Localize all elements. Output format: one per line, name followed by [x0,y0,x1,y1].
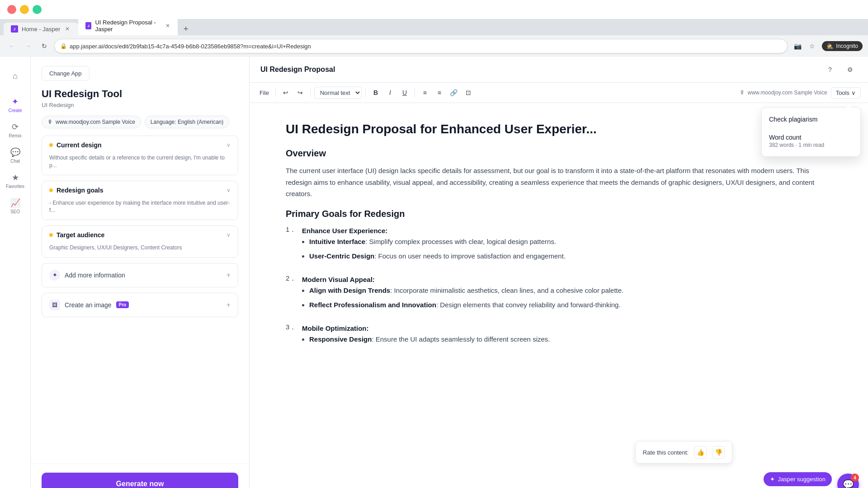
goal-2: 2． Modern Visual Appeal: Align with Desi… [286,274,832,317]
number-list-button[interactable]: ≡ [433,86,446,99]
editor-area: UI Redesign Proposal for Enhanced User E… [250,103,868,488]
chat-icon: 💬 [10,147,20,157]
toolbar-sep-3 [365,88,366,97]
document-main-title[interactable]: UI Redesign Proposal for Enhanced User E… [286,121,832,137]
win-maximize-btn[interactable]: ⊓ [33,5,42,14]
goal-3-bullets: Responsive Design: Ensure the UI adapts … [309,334,550,345]
goal-2-title: Modern Visual Appeal: [302,274,623,285]
voice-language-row: 🎙 www.moodjoy.com Sample Voice Language:… [31,116,249,136]
generate-button[interactable]: Generate now [42,473,238,488]
italic-button[interactable]: I [384,86,396,99]
goal-1-bullets: Intuitive Interface: Simplify complex pr… [309,236,566,262]
sidebar-item-seo[interactable]: 📈 SEO [4,194,27,218]
address-bar-row: ← → ↻ 🔒 app.jasper.ai/docs/edit/2b9fab15… [0,35,868,57]
address-bar[interactable]: 🔒 app.jasper.ai/docs/edit/2b9fab15-4c7a-… [54,39,788,53]
sidebar-item-create[interactable]: ✦ Create [4,93,27,117]
tabs-bar: J Home - Jasper ✕ J UI Redesign Proposal… [0,19,868,35]
browser-chrome: ✕ − ⊓ J Home - Jasper ✕ J UI Redesign Pr… [0,0,868,35]
left-panel: Change App UI Redesign Tool UI Redesign … [31,57,250,488]
generate-btn-container: Generate now [31,463,249,488]
format-select[interactable]: Normal text [314,87,362,99]
undo-button[interactable]: ↩ [279,86,292,99]
main-content: UI Redesign Proposal ? ⚙ File ↩ ↪ Normal… [250,57,868,488]
file-button[interactable]: File [257,86,272,99]
settings-icon-btn[interactable]: ⚙ [843,62,857,77]
goal-1-content: Enhance User Experience: Intuitive Inter… [302,225,566,268]
check-plagiarism-label: Check plagiarism [769,116,853,123]
tools-dropdown-menu: Check plagiarism Word count 382 words · … [761,107,861,157]
thumbs-up-button[interactable]: 👍 [694,446,707,459]
back-button[interactable]: ← [5,40,18,52]
jasper-suggestion-icon: ✦ [770,476,775,483]
create-image-button[interactable]: 🖼 Create an image Pro + [42,293,238,317]
change-app-button[interactable]: Change App [42,66,90,81]
link-button[interactable]: 🔗 [448,86,460,99]
underline-button[interactable]: U [398,86,411,99]
address-text: app.jasper.ai/docs/edit/2b9fab15-4c7a-45… [70,43,782,50]
goal-2-bullet-1-text: : Incorporate minimalistic aesthetics, c… [390,286,623,294]
voice-indicator-icon: 🎙 [740,89,745,96]
chat-button[interactable]: 💬 4 [837,474,859,488]
goal-1-title: Enhance User Experience: [302,225,566,236]
add-info-icon: ✦ [49,270,60,281]
thumbs-down-button[interactable]: 👎 [712,446,725,459]
word-count-item[interactable]: Word count 382 words · 1 min read [762,128,860,154]
create-image-plus-icon: + [226,301,231,309]
sidebar-item-favorites[interactable]: ★ Favorites [4,169,27,192]
forward-button[interactable]: → [22,40,34,52]
new-tab-button[interactable]: + [179,23,192,35]
field-target-audience-header[interactable]: Target audience ∨ [42,226,238,244]
field-target-audience: Target audience ∨ Graphic Designers, UX/… [42,225,238,258]
sidebar-item-remix[interactable]: ⟳ Remix [4,118,27,142]
field-current-design-header[interactable]: Current design ∨ [42,136,238,154]
voice-indicator: 🎙 www.moodjoy.com Sample Voice [740,89,827,96]
field-loading-dot-audience [49,233,53,237]
language-badge[interactable]: Language: English (American) [145,116,229,128]
field-redesign-goals-header[interactable]: Redesign goals ∨ [42,181,238,199]
voice-badge[interactable]: 🎙 www.moodjoy.com Sample Voice [42,116,141,128]
microphone-icon: 🎙 [47,119,53,125]
add-info-plus-icon: + [226,271,231,279]
media-button[interactable]: ⊡ [462,86,475,99]
sidebar-item-home[interactable]: ⌂ [4,64,27,88]
redo-button[interactable]: ↪ [294,86,307,99]
tab-close-home[interactable]: ✕ [64,25,71,33]
field-redesign-goals: Redesign goals ∨ - Enhance user experien… [42,181,238,221]
bold-button[interactable]: B [369,86,382,99]
sidebar-item-chat[interactable]: 💬 Chat [4,144,27,167]
win-close-btn[interactable]: ✕ [7,5,16,14]
add-info-button[interactable]: ✦ Add more information + [42,263,238,287]
settings-icon: ⚙ [847,66,853,73]
editor-toolbar: File ↩ ↪ Normal text B I U ≡ ≡ 🔗 ⊡ 🎙 www… [250,83,868,103]
tab-home[interactable]: J Home - Jasper ✕ [4,23,78,35]
bookmark-icon-btn[interactable]: ☆ [806,40,818,52]
win-minimize-btn[interactable]: − [20,5,29,14]
overview-heading: Overview [286,148,832,159]
field-left: Current design [49,141,102,149]
goal-2-bullet-2: Reflect Professionalism and Innovation: … [309,300,623,310]
sidebar-icons: ⌂ ✦ Create ⟳ Remix 💬 Chat ★ Favorites 📈 … [0,57,31,488]
word-count-sub: 382 words · 1 min read [769,142,853,148]
goal-1-bullet-1: Intuitive Interface: Simplify complex pr… [309,236,566,247]
toolbar-sep-2 [310,88,311,97]
field-loading-dot-goals [49,188,53,192]
check-plagiarism-item[interactable]: Check plagiarism [762,110,860,128]
rate-content-popup: Rate this content: 👍 👎 [635,441,732,464]
remix-icon: ⟳ [12,122,19,132]
app-container: ⌂ ✦ Create ⟳ Remix 💬 Chat ★ Favorites 📈 … [0,57,868,488]
header-right: ? ⚙ [823,62,857,77]
tab-active[interactable]: J UI Redesign Proposal - Jasper ✕ [78,16,178,35]
bullet-list-button[interactable]: ≡ [419,86,431,99]
camera-icon-btn[interactable]: 📷 [791,40,804,52]
incognito-badge[interactable]: 🕵 Incognito [822,41,863,51]
tools-dropdown-button[interactable]: Tools ∨ [831,87,861,99]
voice-indicator-label: www.moodjoy.com Sample Voice [748,89,827,96]
goal-2-title-text: Modern Visual Appeal: [302,276,375,283]
tab-close-active[interactable]: ✕ [165,22,170,29]
reload-button[interactable]: ↻ [38,40,51,52]
goal-1-number: 1． [286,225,297,268]
jasper-suggestion-button[interactable]: ✦ Jasper suggestion [764,472,832,486]
favorites-icon: ★ [12,173,19,183]
help-icon-btn[interactable]: ? [823,62,837,77]
home-icon: ⌂ [13,71,18,81]
